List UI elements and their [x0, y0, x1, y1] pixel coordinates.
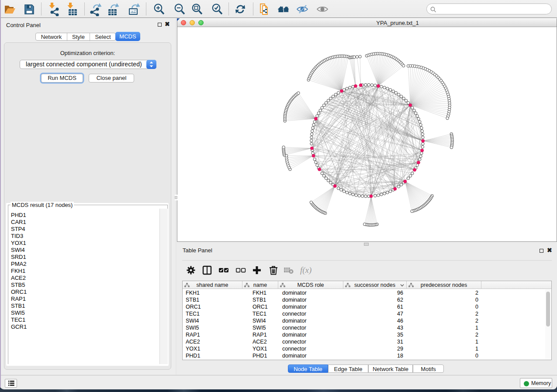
svg-text:f(x): f(x): [300, 265, 311, 275]
